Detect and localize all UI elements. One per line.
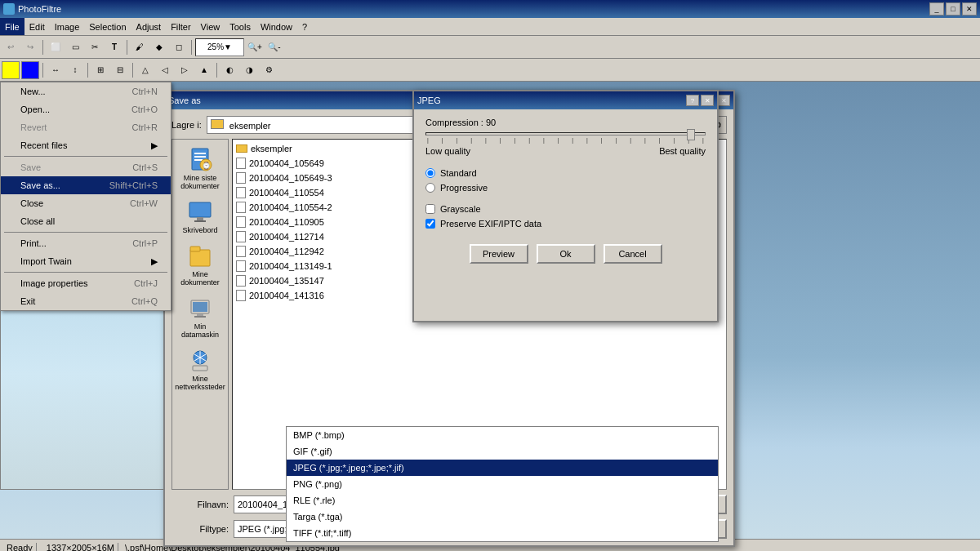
save-as-title: Save as: [168, 96, 201, 105]
shape-custom-button[interactable]: ▲: [195, 61, 213, 79]
filetype-label: Filtype:: [172, 524, 229, 534]
filter2-button[interactable]: ◑: [240, 61, 258, 79]
radio-standard: Standard: [425, 166, 706, 180]
file-icon-10: [236, 290, 246, 301]
flip-v-button[interactable]: ↕: [66, 61, 84, 79]
tools-menu[interactable]: Tools: [225, 18, 256, 35]
redo-button[interactable]: ↪: [21, 38, 39, 56]
fill-button[interactable]: ◆: [150, 38, 168, 56]
sidebar-network[interactable]: Mine nettverkssteder: [174, 344, 226, 394]
sidebar-my-computer[interactable]: Min datamaskin: [174, 291, 226, 342]
jpeg-cancel-button[interactable]: Cancel: [604, 244, 662, 264]
sidebar-desktop[interactable]: Skrivebord: [174, 195, 226, 238]
menu-close-all[interactable]: Close all: [1, 212, 171, 230]
file-label-7: 20100404_112942: [249, 247, 324, 256]
app-window: PhotoFiltre _ □ ✕ File Edit Image Select…: [0, 0, 980, 551]
folder-icon: [211, 119, 224, 129]
adjust-menu[interactable]: Adjust: [131, 18, 167, 35]
menu-revert[interactable]: Revert Ctrl+R: [1, 118, 171, 136]
select-all-button[interactable]: ⬜: [47, 38, 65, 56]
jpeg-close-button[interactable]: ✕: [701, 95, 714, 106]
menu-image-properties[interactable]: Image properties Ctrl+J: [1, 274, 171, 292]
menu-separator-1: [4, 156, 167, 157]
file-icon-1: [236, 158, 246, 169]
menu-print[interactable]: Print... Ctrl+P: [1, 234, 171, 252]
filter3-button[interactable]: ⚙: [260, 61, 278, 79]
maximize-button[interactable]: □: [946, 2, 960, 16]
grid-button[interactable]: ⊞: [91, 61, 109, 79]
svg-rect-25: [194, 316, 206, 318]
select-rect-button[interactable]: ▭: [66, 38, 84, 56]
folder-icon-eksempler: [236, 144, 247, 153]
close-button[interactable]: ✕: [962, 2, 977, 16]
preserve-exif-checkbox[interactable]: [425, 219, 435, 229]
preview-button[interactable]: Preview: [470, 244, 528, 264]
toolbar2-separator-3: [132, 63, 133, 78]
file-icon-7: [236, 246, 246, 257]
help-menu[interactable]: ?: [297, 18, 312, 35]
view-menu[interactable]: View: [196, 18, 225, 35]
menu-exit[interactable]: Exit Ctrl+Q: [1, 292, 171, 310]
selection-menu[interactable]: Selection: [84, 18, 131, 35]
color-button-1[interactable]: [2, 61, 20, 79]
edit-menu[interactable]: Edit: [24, 18, 50, 35]
file-label-4: 20100404_110554-2: [249, 202, 332, 212]
color-button-2[interactable]: [21, 61, 39, 79]
svg-rect-21: [190, 247, 200, 251]
standard-radio[interactable]: [425, 168, 435, 178]
slider-thumb[interactable]: [687, 129, 695, 140]
ft-rle[interactable]: RLE (*.rle): [287, 492, 718, 509]
file-menu[interactable]: File: [0, 18, 24, 35]
network-icon: [187, 347, 213, 373]
save-as-close-button[interactable]: ✕: [717, 95, 730, 106]
crop-button[interactable]: ✂: [86, 38, 104, 56]
jpeg-help-button[interactable]: ?: [686, 95, 699, 106]
sidebar-recent-docs[interactable]: ⌚ Mine siste dokumenter: [174, 143, 226, 193]
toolbar2-separator-1: [42, 63, 43, 78]
ft-gif[interactable]: GIF (*.gif): [287, 443, 718, 460]
menu-new[interactable]: New... Ctrl+N: [1, 82, 171, 100]
menu-separator-2: [4, 232, 167, 233]
standard-label: Standard: [440, 168, 477, 178]
minimize-button[interactable]: _: [929, 2, 944, 16]
file-label-9: 20100404_135147: [249, 276, 324, 286]
undo-button[interactable]: ↩: [2, 38, 20, 56]
ft-jpeg[interactable]: JPEG (*.jpg;*.jpeg;*.jpe;*.jif): [287, 460, 718, 476]
slider-track: [425, 132, 706, 136]
shape-arrow-l-button[interactable]: ◁: [156, 61, 174, 79]
ready-status: Ready: [3, 543, 37, 552]
menu-import-twain[interactable]: Import Twain ▶: [1, 252, 171, 270]
menu-recent-files[interactable]: Recent files ▶: [1, 136, 171, 154]
zoom-out-button[interactable]: 🔍-: [265, 38, 283, 56]
progressive-radio[interactable]: [425, 183, 435, 193]
radio-progressive: Progressive: [425, 180, 706, 195]
shape-triangle-button[interactable]: △: [136, 61, 154, 79]
file-label-1: 20100404_105649: [249, 158, 324, 168]
ok-button[interactable]: Ok: [537, 244, 595, 264]
paint-button[interactable]: 🖌: [131, 38, 149, 56]
sidebar-my-docs[interactable]: Mine dokumenter: [174, 239, 226, 290]
ft-targa[interactable]: Targa (*.tga): [287, 509, 718, 525]
desktop-icon: [187, 198, 213, 224]
grayscale-checkbox[interactable]: [425, 204, 435, 214]
menu-open[interactable]: Open... Ctrl+O: [1, 100, 171, 118]
grid2-button[interactable]: ⊟: [111, 61, 129, 79]
text-button[interactable]: T: [105, 38, 123, 56]
menu-close[interactable]: Close Ctrl+W: [1, 194, 171, 212]
ft-bmp[interactable]: BMP (*.bmp): [287, 427, 718, 443]
ft-png[interactable]: PNG (*.png): [287, 476, 718, 492]
file-label-eksempler: eksempler: [251, 144, 292, 153]
eraser-button[interactable]: ◻: [170, 38, 188, 56]
zoom-in-button[interactable]: 🔍+: [246, 38, 264, 56]
shape-arrow-r-button[interactable]: ▷: [176, 61, 194, 79]
filter1-button[interactable]: ◐: [220, 61, 238, 79]
menu-save[interactable]: Save Ctrl+S: [1, 158, 171, 176]
zoom-percent-dropdown[interactable]: 25%▼: [195, 38, 244, 56]
window-menu[interactable]: Window: [256, 18, 297, 35]
image-menu[interactable]: Image: [50, 18, 85, 35]
filter-menu[interactable]: Filter: [166, 18, 195, 35]
flip-h-button[interactable]: ↔: [47, 61, 65, 79]
menu-save-as[interactable]: Save as... Shift+Ctrl+S: [1, 176, 171, 194]
svg-rect-20: [190, 250, 210, 266]
ft-tiff[interactable]: TIFF (*.tif;*.tiff): [287, 525, 718, 541]
